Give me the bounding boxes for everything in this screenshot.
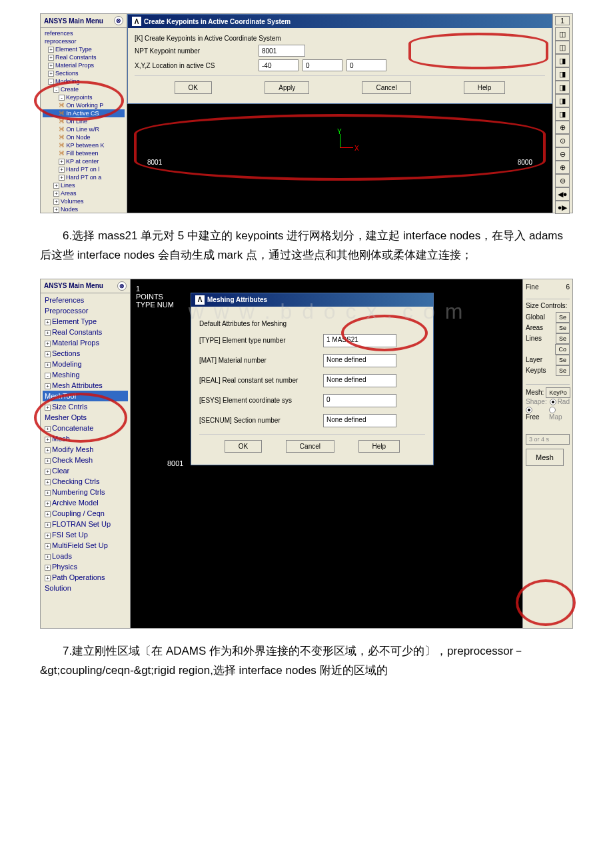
expand-icon[interactable]: + [45,543,51,549]
tree-item[interactable]: +Nodes [43,205,125,213]
toolbar-button[interactable]: ⊕ [555,161,570,174]
tree-item[interactable]: +Material Props [43,337,128,348]
tree-item[interactable]: +Element Type [43,45,125,53]
tree-item[interactable]: +Numbering Ctrls [43,487,128,497]
tree-item[interactable]: ⌘ On Line w/R [43,125,125,133]
x-input[interactable] [259,59,299,71]
size-control-button[interactable]: Se [556,365,570,376]
tree-item[interactable]: ⌘ On Working P [43,101,125,109]
expand-icon[interactable]: + [48,47,54,53]
tree-item[interactable]: +Material Props [43,61,125,69]
toolbar-button[interactable]: ●▶ [555,201,570,214]
toolbar-button[interactable]: ⊙ [555,134,570,147]
y-input[interactable] [303,59,342,71]
size-control-button[interactable]: Se [556,312,570,323]
toolbar-button[interactable]: ◨ [555,107,570,121]
toolbar-button[interactable]: ◀● [555,187,570,201]
form-select[interactable]: None defined [323,354,396,367]
size-control-button[interactable]: Se [556,333,570,344]
expand-icon[interactable]: + [45,437,51,443]
tree-item[interactable]: ⌘ On Node [43,133,125,141]
expand-icon[interactable]: + [45,511,51,517]
tree-item[interactable]: +Areas [43,189,125,197]
expand-icon[interactable]: + [53,207,59,213]
expand-icon[interactable]: + [45,330,51,336]
toolbar-button[interactable]: ◨ [555,54,570,67]
tree-item[interactable]: +FLOTRAN Set Up [43,519,128,529]
ok-button[interactable]: OK [225,440,262,453]
tree-item[interactable]: Solution [43,583,128,593]
form-select[interactable]: None defined [323,414,396,427]
tree-item[interactable]: +Archive Model [43,497,128,508]
tree-item[interactable]: +Real Constants [43,327,128,337]
expand-icon[interactable]: + [53,199,59,205]
expand-icon[interactable]: + [48,63,54,69]
expand-icon[interactable]: + [48,55,54,61]
sidebar-collapse-button[interactable]: ⊗ [117,281,127,291]
toolbar-button[interactable]: ◨ [555,67,570,81]
expand-icon[interactable]: - [53,87,59,93]
expand-icon[interactable]: + [45,319,51,325]
tree-item[interactable]: Preferences [43,295,128,305]
expand-icon[interactable]: - [45,373,51,379]
tree-item[interactable]: +Coupling / Ceqn [43,508,128,519]
expand-icon[interactable]: - [48,79,54,85]
help-button[interactable]: Help [358,440,400,453]
tree-item[interactable]: -Keypoints [43,93,125,101]
tree-item[interactable]: ⌘ On Line [43,117,125,125]
cancel-button[interactable]: Cancel [286,440,334,453]
apply-button[interactable]: Apply [265,81,309,94]
tree-item[interactable]: +Sections [43,69,125,77]
cancel-button[interactable]: Cancel [362,81,410,94]
tree-item[interactable]: +Mesh [43,433,128,444]
smart-size-select[interactable]: 3 or 4 s [526,434,570,445]
size-control-button[interactable]: Co [555,344,570,355]
expand-icon[interactable]: + [53,183,59,189]
free-radio[interactable] [526,407,532,413]
tree-item[interactable]: +Sections [43,348,128,359]
expand-icon[interactable]: + [45,490,51,496]
tree-item[interactable]: +Path Operations [43,572,128,583]
keypoint-number-input[interactable] [259,45,305,57]
toolbar-button[interactable]: ⊖ [555,147,570,161]
toolbar-button[interactable]: ◫ [555,41,570,54]
tree-item[interactable]: +Concatenate [43,423,128,433]
tree-item[interactable]: +Clear [43,465,128,476]
expand-icon[interactable]: - [59,95,65,101]
expand-icon[interactable]: + [45,405,51,411]
mesh-type-select[interactable]: KeyPo [546,387,570,398]
expand-icon[interactable]: + [45,554,51,560]
tree-item[interactable]: reprocessor [43,37,125,45]
toolbar-button[interactable]: ◫ [555,27,570,41]
expand-icon[interactable]: + [45,351,51,357]
map-radio[interactable] [549,407,556,413]
expand-icon[interactable]: + [45,458,51,464]
tree-item[interactable]: MeshTool [43,391,128,401]
expand-icon[interactable]: + [45,522,51,528]
toolbar-button[interactable]: ⊖ [555,174,570,187]
tree-item[interactable]: +Mesh Attributes [43,380,128,391]
help-button[interactable]: Help [464,81,506,94]
form-select[interactable]: 1 MASS21 [323,334,396,347]
tree-item[interactable]: +Size Cntrls [43,401,128,412]
expand-icon[interactable]: + [45,447,51,453]
tree-item[interactable]: Mesher Opts [43,412,128,423]
expand-icon[interactable]: + [45,469,51,475]
tree-item[interactable]: +KP at center [43,157,125,165]
expand-icon[interactable]: + [45,341,51,347]
tree-item[interactable]: +Volumes [43,197,125,205]
expand-icon[interactable]: + [45,501,51,507]
size-control-button[interactable]: Se [556,323,570,333]
expand-icon[interactable]: + [45,426,51,432]
tree-item[interactable]: +Loads [43,551,128,561]
toolbar-button[interactable]: ⊕ [555,121,570,134]
expand-icon[interactable]: + [59,159,65,165]
tree-item[interactable]: +Element Type [43,316,128,327]
expand-icon[interactable]: + [53,191,59,197]
tree-item[interactable]: +Lines [43,181,125,189]
tree-item[interactable]: references [43,29,125,37]
tree-item[interactable]: +Real Constants [43,53,125,61]
expand-icon[interactable]: + [48,71,54,77]
tree-item[interactable]: +Checking Ctrls [43,476,128,487]
mesh-button[interactable]: Mesh [526,449,564,466]
